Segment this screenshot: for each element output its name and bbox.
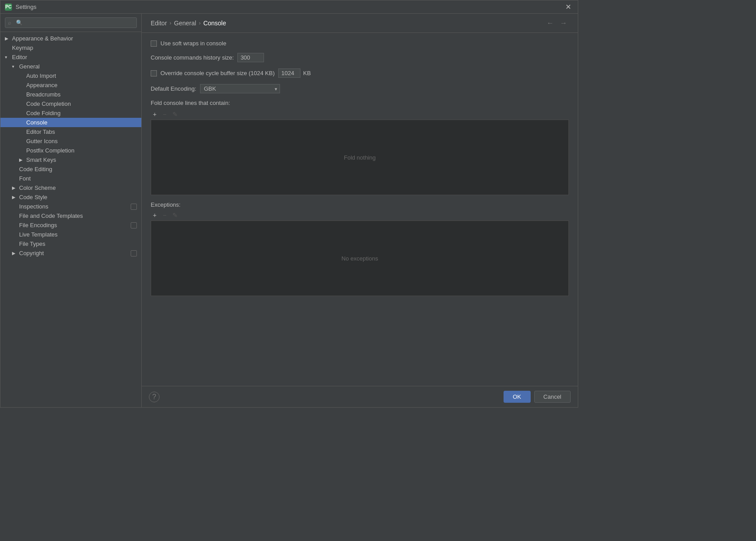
label-code-style: Code Style: [19, 194, 137, 200]
exceptions-label: Exceptions:: [151, 201, 569, 208]
arrow-editor: ▾: [5, 55, 11, 60]
sidebar-item-smart-keys[interactable]: ▶Smart Keys: [0, 155, 141, 164]
sidebar-item-editor-tabs[interactable]: Editor Tabs: [0, 127, 141, 136]
label-editor-tabs: Editor Tabs: [26, 128, 137, 135]
kb-unit-label: KB: [303, 70, 311, 76]
label-keymap: Keymap: [12, 44, 137, 51]
exceptions-toolbar: + − ✎: [151, 211, 569, 220]
window-title: Settings: [16, 4, 563, 10]
override-buffer-checkbox[interactable]: [151, 70, 157, 76]
label-live-templates: Live Templates: [19, 231, 137, 238]
arrow-appearance-behavior: ▶: [5, 36, 11, 41]
sidebar: ⌕ ▶Appearance & BehaviorKeymap▾Editor▾Ge…: [0, 14, 142, 407]
close-button[interactable]: ✕: [563, 3, 573, 11]
fold-toolbar: + − ✎: [151, 110, 569, 119]
soft-wraps-checkbox[interactable]: [151, 40, 157, 47]
sidebar-item-live-templates[interactable]: Live Templates: [0, 230, 141, 239]
label-editor: Editor: [12, 54, 137, 60]
breadcrumb-editor[interactable]: Editor: [151, 20, 167, 27]
exceptions-empty-text: No exceptions: [341, 255, 378, 262]
settings-body: Use soft wraps in console Console comman…: [142, 33, 578, 386]
sidebar-item-font[interactable]: Font: [0, 174, 141, 183]
history-size-label: Console commands history size:: [151, 54, 234, 61]
sidebar-item-inspections[interactable]: Inspections: [0, 202, 141, 211]
label-file-types: File Types: [19, 240, 137, 247]
soft-wraps-label[interactable]: Use soft wraps in console: [151, 40, 226, 47]
badge-copyright: [131, 250, 137, 256]
soft-wraps-text: Use soft wraps in console: [160, 40, 226, 47]
search-box: ⌕: [0, 14, 141, 32]
breadcrumb-general[interactable]: General: [174, 20, 196, 27]
badge-inspections: [131, 204, 137, 210]
settings-window: PC Settings ✕ ⌕ ▶Appearance & BehaviorKe…: [0, 0, 578, 408]
label-file-encodings: File Encodings: [19, 222, 131, 228]
sidebar-item-auto-import[interactable]: Auto Import: [0, 71, 141, 80]
label-appearance: Appearance: [26, 82, 137, 88]
fold-remove-button[interactable]: −: [160, 110, 168, 119]
breadcrumb-bar: Editor › General › Console ← →: [142, 14, 578, 33]
history-size-row: Console commands history size:: [151, 53, 569, 62]
sidebar-item-keymap[interactable]: Keymap: [0, 43, 141, 52]
sidebar-item-appearance-behavior[interactable]: ▶Appearance & Behavior: [0, 34, 141, 43]
nav-tree: ▶Appearance & BehaviorKeymap▾Editor▾Gene…: [0, 32, 141, 260]
exceptions-edit-button[interactable]: ✎: [170, 211, 180, 220]
encoding-select[interactable]: GBK UTF-8 UTF-16 ISO-8859-1 US-ASCII: [200, 84, 280, 93]
encoding-label: Default Encoding:: [151, 85, 196, 92]
breadcrumb-console: Console: [203, 20, 226, 27]
soft-wraps-row: Use soft wraps in console: [151, 40, 569, 47]
arrow-color-scheme: ▶: [12, 185, 18, 190]
sidebar-item-breadcrumbs[interactable]: Breadcrumbs: [0, 90, 141, 99]
fold-edit-button[interactable]: ✎: [170, 110, 180, 119]
fold-add-button[interactable]: +: [151, 110, 159, 119]
ok-button[interactable]: OK: [504, 391, 531, 403]
sidebar-item-gutter-icons[interactable]: Gutter Icons: [0, 136, 141, 146]
label-code-folding: Code Folding: [26, 110, 137, 116]
label-general: General: [19, 63, 137, 70]
label-code-editing: Code Editing: [19, 166, 137, 172]
help-button[interactable]: ?: [149, 392, 160, 402]
exceptions-remove-button[interactable]: −: [160, 211, 168, 220]
exceptions-add-button[interactable]: +: [151, 211, 159, 220]
label-color-scheme: Color Scheme: [19, 184, 137, 191]
sidebar-item-file-types[interactable]: File Types: [0, 239, 141, 248]
label-code-completion: Code Completion: [26, 100, 137, 107]
sidebar-item-editor[interactable]: ▾Editor: [0, 52, 141, 62]
label-inspections: Inspections: [19, 203, 131, 210]
badge-file-encodings: [131, 222, 137, 228]
sidebar-item-console[interactable]: Console: [0, 118, 141, 127]
sidebar-item-general[interactable]: ▾General: [0, 62, 141, 71]
sidebar-item-copyright[interactable]: ▶Copyright: [0, 248, 141, 258]
arrow-code-style: ▶: [12, 195, 18, 200]
search-icon: ⌕: [8, 20, 11, 26]
nav-forward-button[interactable]: →: [558, 18, 569, 28]
sidebar-item-color-scheme[interactable]: ▶Color Scheme: [0, 183, 141, 192]
label-font: Font: [19, 175, 137, 182]
label-auto-import: Auto Import: [26, 72, 137, 79]
main-panel: Editor › General › Console ← → Use soft …: [142, 14, 578, 407]
search-input[interactable]: [5, 17, 137, 28]
label-appearance-behavior: Appearance & Behavior: [12, 35, 137, 42]
fold-label: Fold console lines that contain:: [151, 100, 569, 106]
search-wrapper: ⌕: [5, 17, 137, 28]
label-copyright: Copyright: [19, 250, 131, 256]
nav-back-button[interactable]: ←: [545, 18, 556, 28]
sidebar-item-appearance[interactable]: Appearance: [0, 80, 141, 90]
sidebar-item-code-folding[interactable]: Code Folding: [0, 108, 141, 118]
label-console: Console: [26, 119, 137, 126]
nav-arrows: ← →: [545, 18, 569, 28]
exceptions-list-box: No exceptions: [151, 220, 569, 296]
label-postfix-completion: Postfix Completion: [26, 147, 137, 154]
main-content: ⌕ ▶Appearance & BehaviorKeymap▾Editor▾Ge…: [0, 14, 578, 407]
sidebar-item-file-and-code-templates[interactable]: File and Code Templates: [0, 211, 141, 220]
sidebar-item-code-completion[interactable]: Code Completion: [0, 99, 141, 108]
override-buffer-input[interactable]: [278, 68, 300, 78]
cancel-button[interactable]: Cancel: [534, 391, 571, 403]
sidebar-item-file-encodings[interactable]: File Encodings: [0, 220, 141, 230]
sidebar-item-code-style[interactable]: ▶Code Style: [0, 192, 141, 202]
override-buffer-label[interactable]: Override console cycle buffer size (1024…: [151, 70, 275, 76]
history-size-input[interactable]: [237, 53, 264, 62]
label-smart-keys: Smart Keys: [26, 156, 137, 163]
sidebar-item-code-editing[interactable]: Code Editing: [0, 164, 141, 174]
sidebar-item-postfix-completion[interactable]: Postfix Completion: [0, 146, 141, 155]
fold-list-box: Fold nothing: [151, 120, 569, 195]
